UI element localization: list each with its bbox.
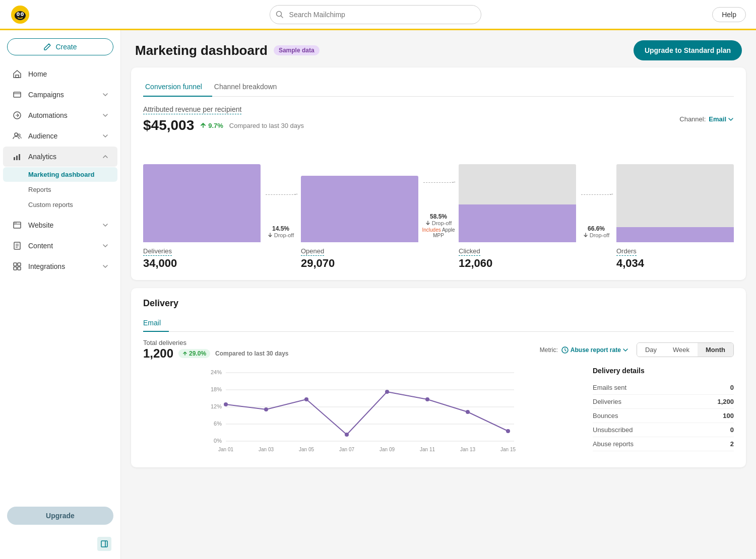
delivery-compare-label: Compared to last 30 days bbox=[215, 350, 288, 357]
funnel-connector-3: → 66.6% Drop-off bbox=[576, 194, 616, 242]
svg-rect-14 bbox=[16, 156, 18, 160]
metric-clicked: Clicked 12,060 bbox=[459, 246, 576, 270]
metric-icon bbox=[561, 346, 569, 354]
svg-rect-13 bbox=[14, 157, 15, 160]
collapse-icon[interactable] bbox=[97, 537, 111, 551]
top-bar-right: Help bbox=[712, 7, 746, 22]
delivery-details: Delivery details Emails sent 0 Deliverie… bbox=[593, 367, 734, 457]
upgrade-standard-button[interactable]: Upgrade to Standard plan bbox=[634, 40, 742, 60]
sidebar-item-website[interactable]: Website bbox=[3, 215, 117, 235]
detail-abuse-reports: Abuse reports 2 bbox=[593, 437, 734, 451]
sample-data-badge: Sample data bbox=[274, 45, 320, 55]
arrow-down-icon bbox=[268, 232, 273, 237]
detail-bounces: Bounces 100 bbox=[593, 409, 734, 423]
svg-point-43 bbox=[345, 433, 349, 437]
chevron-down-icon bbox=[102, 112, 108, 118]
delivery-card: Delivery Email Total deliveries 1,200 29… bbox=[131, 288, 746, 467]
svg-text:Jan 05: Jan 05 bbox=[299, 447, 314, 452]
sidebar-item-automations[interactable]: Automations bbox=[3, 105, 117, 125]
total-deliveries-value: 1,200 29.0% Compared to last 30 days bbox=[143, 346, 288, 361]
svg-text:0%: 0% bbox=[214, 438, 222, 444]
conversion-funnel-card: Conversion funnel Channel breakdown Attr… bbox=[131, 67, 746, 280]
time-btn-week[interactable]: Week bbox=[665, 343, 698, 357]
svg-text:Jan 07: Jan 07 bbox=[339, 447, 354, 452]
campaigns-icon bbox=[12, 90, 22, 100]
sidebar-nav: Home Campaigns Automa bbox=[0, 59, 120, 501]
chevron-down-icon bbox=[102, 222, 108, 228]
svg-text:Jan 15: Jan 15 bbox=[500, 447, 516, 452]
sidebar-item-home[interactable]: Home bbox=[3, 64, 117, 84]
tab-channel-breakdown[interactable]: Channel breakdown bbox=[212, 78, 287, 97]
sidebar-item-custom-reports[interactable]: Custom reports bbox=[3, 197, 117, 212]
chevron-up-icon bbox=[102, 154, 108, 160]
svg-point-46 bbox=[466, 410, 470, 414]
sidebar-item-analytics[interactable]: Analytics bbox=[3, 147, 117, 167]
arrow-down-icon bbox=[583, 232, 588, 237]
svg-text:6%: 6% bbox=[214, 421, 222, 427]
delivery-header: Total deliveries 1,200 29.0% Compared to… bbox=[143, 339, 734, 361]
search-icon bbox=[276, 11, 284, 19]
channel-link[interactable]: Email bbox=[709, 115, 734, 123]
funnel-metrics-row: Deliveries 34,000 Opened 29,070 Clicked … bbox=[143, 246, 734, 270]
chart-area: 24% 18% 12% 6% 0% bbox=[143, 367, 734, 457]
svg-point-41 bbox=[264, 407, 268, 411]
metric-selector: Metric: Abuse report rate bbox=[540, 346, 628, 354]
main-content: Marketing dashboard Sample data Upgrade … bbox=[121, 30, 756, 559]
search-bar bbox=[38, 5, 712, 24]
chevron-down-icon bbox=[622, 347, 628, 353]
search-input[interactable] bbox=[270, 5, 481, 24]
chevron-down-icon bbox=[728, 116, 734, 122]
channel-selector: Channel: Email bbox=[679, 115, 734, 123]
svg-text:12%: 12% bbox=[211, 403, 222, 409]
sidebar-item-reports[interactable]: Reports bbox=[3, 182, 117, 197]
sidebar-item-integrations[interactable]: Integrations bbox=[3, 256, 117, 276]
delivery-tab-bar: Email bbox=[143, 315, 734, 332]
sidebar: Create Home Campaigns bbox=[0, 30, 121, 559]
line-chart-container: 24% 18% 12% 6% 0% bbox=[143, 367, 583, 457]
metric-opened: Opened 29,070 bbox=[301, 246, 418, 270]
revenue-amount: $45,003 bbox=[143, 117, 194, 133]
svg-point-12 bbox=[18, 134, 20, 136]
time-btn-month[interactable]: Month bbox=[698, 343, 733, 357]
funnel-bar-opened bbox=[301, 176, 418, 242]
logo-icon bbox=[10, 5, 30, 25]
svg-point-42 bbox=[304, 397, 308, 401]
delivery-tab-email[interactable]: Email bbox=[143, 315, 169, 332]
metric-link[interactable]: Abuse report rate bbox=[561, 346, 628, 354]
svg-text:Jan 03: Jan 03 bbox=[259, 447, 274, 452]
detail-emails-sent: Emails sent 0 bbox=[593, 381, 734, 395]
automations-icon bbox=[12, 110, 22, 120]
svg-text:18%: 18% bbox=[211, 386, 222, 392]
funnel-bar-deliveries bbox=[143, 164, 261, 242]
svg-text:Jan 11: Jan 11 bbox=[420, 447, 435, 452]
time-btn-day[interactable]: Day bbox=[637, 343, 665, 357]
metric-orders: Orders 4,034 bbox=[616, 246, 734, 270]
sidebar-item-campaigns[interactable]: Campaigns bbox=[3, 85, 117, 105]
line-chart: 24% 18% 12% 6% 0% bbox=[143, 367, 583, 457]
svg-text:Jan 09: Jan 09 bbox=[380, 447, 395, 452]
chevron-down-icon bbox=[102, 243, 108, 249]
sidebar-item-marketing-dashboard[interactable]: Marketing dashboard bbox=[3, 167, 117, 182]
chevron-down-icon bbox=[102, 92, 108, 98]
sidebar-item-content[interactable]: Content bbox=[3, 236, 117, 256]
svg-rect-8 bbox=[16, 75, 19, 78]
upgrade-button[interactable]: Upgrade bbox=[7, 507, 113, 525]
help-button[interactable]: Help bbox=[712, 7, 746, 22]
svg-rect-26 bbox=[18, 267, 21, 270]
audience-icon bbox=[12, 131, 22, 141]
chevron-down-icon bbox=[102, 133, 108, 139]
svg-point-45 bbox=[425, 397, 429, 401]
svg-point-1 bbox=[15, 11, 26, 20]
metric-deliveries: Deliveries 34,000 bbox=[143, 246, 261, 270]
analytics-icon bbox=[12, 152, 22, 162]
sidebar-item-audience[interactable]: Audience bbox=[3, 126, 117, 146]
pencil-icon bbox=[43, 43, 51, 51]
tab-conversion-funnel[interactable]: Conversion funnel bbox=[143, 78, 212, 97]
upgrade-section: Upgrade bbox=[7, 507, 113, 525]
create-button[interactable]: Create bbox=[7, 38, 113, 55]
svg-rect-27 bbox=[101, 541, 107, 547]
detail-unsubscribed: Unsubscribed 0 bbox=[593, 423, 734, 437]
svg-point-40 bbox=[224, 402, 228, 406]
svg-point-18 bbox=[16, 223, 17, 224]
page-title: Marketing dashboard bbox=[135, 43, 268, 58]
